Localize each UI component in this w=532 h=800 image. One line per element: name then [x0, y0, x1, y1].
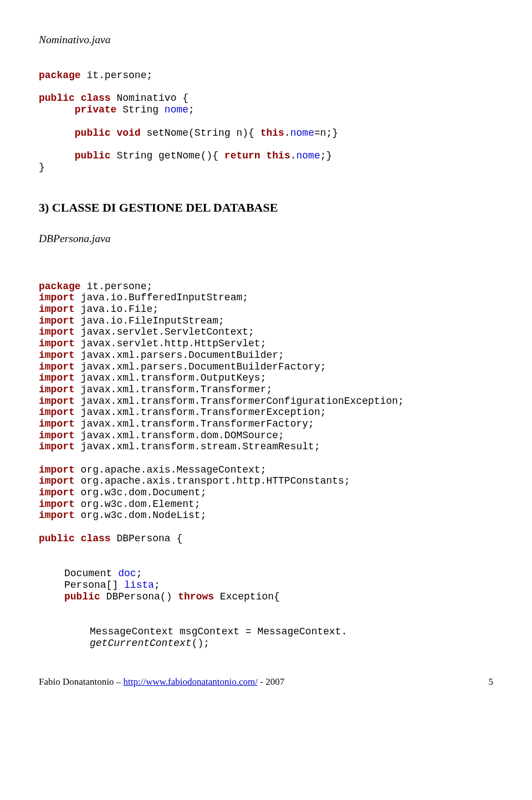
code-token: org.w3c.dom.Document;: [75, 487, 207, 498]
code-token: private: [75, 104, 117, 115]
code-token: [111, 127, 117, 139]
code-token: public: [39, 533, 75, 544]
code-token: ;: [154, 580, 160, 591]
code-token: return: [224, 150, 260, 161]
code-token: javax.xml.transform.OutputKeys;: [75, 372, 267, 383]
code-token: nome: [290, 127, 314, 139]
code-token: =n;}: [314, 127, 338, 139]
code-token: lista: [124, 580, 154, 591]
code-token: ;: [188, 104, 195, 115]
code-token: javax.servlet.ServletContext;: [75, 326, 254, 337]
code-token: import: [39, 292, 75, 303]
code-token: it.persone;: [81, 281, 153, 292]
code-token: DBPersona(): [100, 591, 178, 602]
code-token: import: [39, 510, 75, 521]
code-token: package: [39, 281, 81, 292]
code-token: setNome(String n){: [141, 127, 260, 139]
code-token: MessageContext msgContext = MessageConte…: [90, 626, 347, 637]
code-token: org.apache.axis.MessageContext;: [75, 464, 267, 475]
code-token: import: [39, 441, 75, 452]
code-token: import: [39, 487, 75, 498]
code-token: java.io.BufferedInputStream;: [75, 292, 248, 303]
file2-title: DBPersona.java: [39, 232, 493, 245]
code-token: import: [39, 326, 75, 337]
code-token: Persona[]: [64, 580, 124, 591]
code-token: DBPersona {: [111, 533, 183, 544]
code-token: import: [39, 315, 75, 326]
code-token: import: [39, 418, 75, 429]
code-token: }: [39, 162, 45, 173]
code-token: .: [284, 127, 290, 139]
code-token: Nominativo {: [111, 93, 188, 104]
code-token: Document: [64, 568, 118, 579]
section-heading: 3) CLASSE DI GESTIONE DEL DATABASE: [39, 201, 493, 215]
code-token: import: [39, 407, 75, 418]
code-token: class: [81, 533, 111, 544]
code-token: nome: [296, 150, 320, 161]
code-token: import: [39, 384, 75, 395]
code-block-2: package it.persone; import java.io.Buffe…: [39, 269, 493, 545]
code-token: java.io.File;: [75, 304, 158, 315]
code-token: javax.xml.parsers.DocumentBuilder;: [75, 350, 284, 361]
code-token: public: [39, 93, 75, 104]
code-token: javax.xml.transform.stream.StreamResult;: [75, 441, 320, 452]
code-token: package: [39, 70, 81, 81]
code-token: it.persone;: [81, 70, 153, 81]
code-token: import: [39, 430, 75, 441]
code-token: org.apache.axis.transport.http.HTTPConst…: [75, 475, 350, 486]
code-token: javax.xml.transform.Transformer;: [75, 384, 272, 395]
file1-title: Nominativo.java: [39, 33, 493, 46]
code-token: Exception{: [214, 591, 280, 602]
code-token: public: [75, 127, 111, 139]
code-token: [260, 150, 267, 161]
code-token: nome: [165, 104, 188, 115]
code-token: import: [39, 464, 75, 475]
code-token: public: [64, 591, 100, 602]
code-token: [75, 533, 81, 544]
code-body-inner: MessageContext msgContext = MessageConte…: [90, 614, 493, 649]
code-token: javax.servlet.http.HttpServlet;: [75, 338, 267, 349]
code-token: javax.xml.transform.TransformerException…: [75, 407, 326, 418]
code-token: doc: [118, 568, 136, 579]
code-token: void: [116, 127, 140, 139]
code-token: import: [39, 475, 75, 486]
footer-link[interactable]: http://www.fabiodonatantonio.com/: [124, 676, 258, 687]
code-token: javax.xml.transform.TransformerConfigura…: [75, 396, 404, 407]
code-token: javax.xml.parsers.DocumentBuilderFactory…: [75, 361, 326, 372]
code-token: org.w3c.dom.Element;: [75, 499, 201, 510]
code-block-1: package it.persone; public class Nominat…: [39, 58, 493, 173]
code-token: import: [39, 304, 75, 315]
footer-author: Fabio Donatantonio –: [39, 676, 124, 687]
code-token: [75, 93, 81, 104]
code-body: Document doc; Persona[] lista; public DB…: [64, 557, 493, 603]
code-token: import: [39, 361, 75, 372]
code-token: ;: [136, 568, 142, 579]
code-token: import: [39, 396, 75, 407]
code-token: throws: [178, 591, 214, 602]
code-token: import: [39, 499, 75, 510]
code-token: org.w3c.dom.NodeList;: [75, 510, 207, 521]
code-token: ;}: [320, 150, 332, 161]
page-footer: Fabio Donatantonio – http://www.fabiodon…: [39, 676, 493, 688]
footer-year: - 2007: [258, 676, 284, 687]
code-token: this: [260, 127, 284, 139]
code-token: String: [116, 104, 164, 115]
code-token: getCurrentContext: [90, 638, 192, 649]
code-token: .: [290, 150, 296, 161]
code-token: ();: [192, 638, 209, 649]
code-token: javax.xml.transform.TransformerFactory;: [75, 418, 314, 429]
code-token: class: [81, 93, 111, 104]
code-token: String getNome(){: [111, 150, 224, 161]
code-token: java.io.FileInputStream;: [75, 315, 224, 326]
footer-page-number: 5: [489, 676, 494, 688]
code-token: public: [75, 150, 111, 161]
code-token: import: [39, 372, 75, 383]
code-token: import: [39, 350, 75, 361]
code-token: this: [266, 150, 290, 161]
code-token: javax.xml.transform.dom.DOMSource;: [75, 430, 284, 441]
code-token: import: [39, 338, 75, 349]
